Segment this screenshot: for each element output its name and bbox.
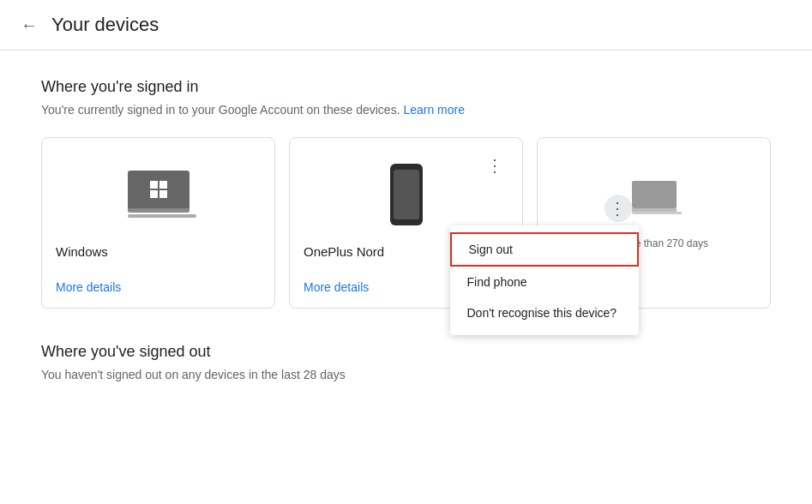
three-dots-icon-third: ⋮	[609, 200, 627, 217]
laptop-stand	[128, 214, 196, 218]
laptop-screen	[128, 171, 189, 208]
sign-out-button[interactable]: Sign out	[450, 232, 639, 267]
signed-in-title: Where you're signed in	[41, 78, 771, 96]
win-square-3	[150, 190, 158, 198]
windows-logo	[150, 181, 167, 198]
main-content: Where you're signed in You're currently …	[0, 51, 812, 409]
dont-recognise-button[interactable]: Don't recognise this device?	[450, 297, 639, 328]
page-header: ← Your devices	[0, 0, 812, 51]
signed-in-description: You're currently signed in to your Googl…	[41, 103, 771, 117]
win-square-2	[159, 181, 167, 189]
learn-more-link[interactable]: Learn more	[403, 103, 465, 117]
three-dots-icon: ⋮	[486, 157, 504, 174]
win-square-1	[150, 181, 158, 189]
small-stand	[632, 212, 682, 214]
device-icon-area-oneplus: ⋮	[304, 152, 508, 237]
signed-out-title: Where you've signed out	[41, 343, 771, 361]
phone-screen	[394, 170, 419, 219]
win-square-4	[159, 190, 167, 198]
device-icon-area-third: ⋮ Sign out Find phone Don't recognise th…	[551, 152, 756, 237]
devices-grid: Windows More details ⋮ OnePlus Nord More…	[41, 137, 771, 309]
device-name-windows: Windows	[56, 244, 261, 259]
device-card-windows: Windows More details	[41, 137, 275, 309]
device-dropdown-menu: Sign out Find phone Don't recognise this…	[450, 225, 639, 335]
device-icon-area-windows	[56, 152, 261, 237]
small-screen	[632, 181, 677, 208]
page-title: Your devices	[51, 14, 159, 36]
signed-out-description: You haven't signed out on any devices in…	[41, 368, 771, 381]
phone-icon	[390, 164, 423, 225]
device-menu-button-oneplus[interactable]: ⋮	[481, 152, 508, 179]
find-phone-button[interactable]: Find phone	[450, 267, 639, 297]
third-device-laptop-icon	[632, 181, 677, 215]
device-menu-button-third[interactable]: ⋮	[604, 195, 632, 222]
laptop-base	[128, 208, 189, 213]
laptop-icon	[128, 171, 189, 219]
back-button[interactable]: ←	[21, 15, 38, 35]
more-details-windows[interactable]: More details	[56, 270, 261, 294]
device-card-third: ⋮ Sign out Find phone Don't recognise th…	[537, 137, 771, 309]
